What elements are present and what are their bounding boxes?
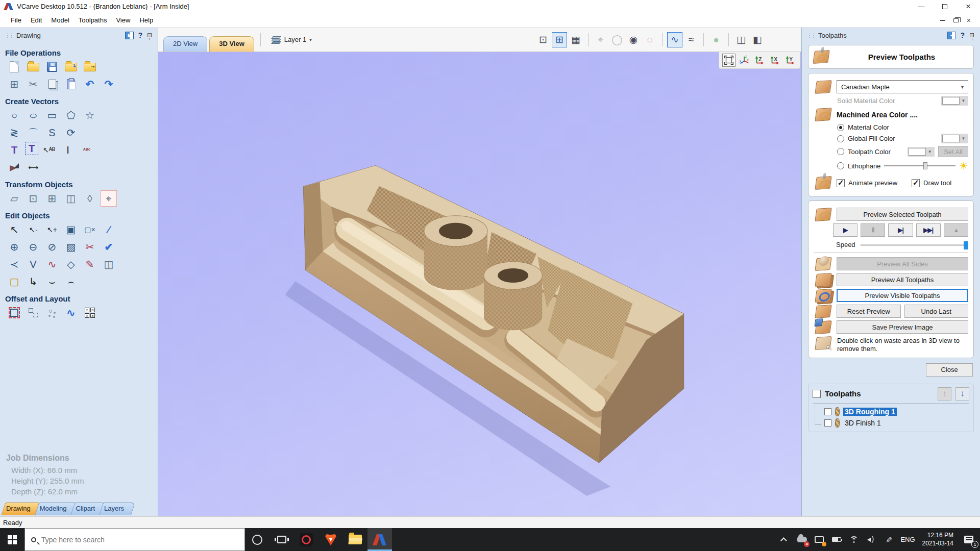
lithophane-slider[interactable] xyxy=(884,162,955,169)
selection-size-icon[interactable]: ⊡ xyxy=(535,32,551,47)
fit-curves-icon[interactable]: ∿ xyxy=(44,256,60,272)
taskbar-app-task-view[interactable] xyxy=(270,528,294,551)
close-vector-icon[interactable]: ◇ xyxy=(63,256,79,272)
fit-view-icon[interactable] xyxy=(722,54,736,67)
preview-selected-toolpath-button[interactable]: Preview Selected Toolpath xyxy=(837,208,968,221)
3d-viewport[interactable]: zxyZXY xyxy=(158,52,801,516)
tab-2d-view[interactable]: 2D View xyxy=(163,36,207,52)
weld-vectors-icon[interactable]: ⊕ xyxy=(6,239,22,255)
layer-selector[interactable]: Layer 1 ▾ xyxy=(272,36,312,43)
taskbar-app-cortana[interactable] xyxy=(245,528,270,551)
draw-curve-icon[interactable]: S xyxy=(44,124,60,141)
undo-icon[interactable]: ↶ xyxy=(82,76,98,92)
ungroup-objects-icon[interactable]: ▢× xyxy=(82,221,98,238)
menu-item-edit[interactable]: Edit xyxy=(26,14,46,26)
wifi-icon[interactable] xyxy=(845,528,863,551)
auto-hide-icon[interactable]: ▶ xyxy=(125,32,134,39)
undo-last-button[interactable]: Undo Last xyxy=(904,305,969,318)
panel-tab-layers[interactable]: Layers xyxy=(99,503,131,515)
single-step-button[interactable]: ▶| xyxy=(888,223,913,237)
toggle-material-block-icon[interactable]: ● xyxy=(708,32,724,47)
mdi-restore-icon[interactable] xyxy=(953,18,959,22)
panel-tab-clipart[interactable]: Clipart xyxy=(70,503,102,515)
vector-boundary-icon[interactable]: ▢ xyxy=(6,273,22,290)
draw-tool-checkbox[interactable] xyxy=(912,179,920,187)
copy-icon[interactable] xyxy=(44,76,60,92)
volume-icon[interactable] xyxy=(863,528,880,551)
save-preview-image-button[interactable]: Save Preview Image xyxy=(837,320,968,334)
move-to-position-icon[interactable]: ⌖ xyxy=(101,190,117,207)
taskbar-app-brave-browser[interactable] xyxy=(318,528,343,551)
center-in-material-icon[interactable]: ⊞ xyxy=(44,190,60,207)
vector-validator-icon[interactable]: ✔ xyxy=(101,239,117,255)
measure-icon[interactable]: ∕ xyxy=(101,221,117,238)
grid-toggle-icon[interactable]: ▦ xyxy=(568,32,583,47)
move-down-button[interactable]: ↓ xyxy=(955,387,969,400)
menu-item-model[interactable]: Model xyxy=(46,14,74,26)
toolpath-list-item[interactable]: 3D Roughing 1 xyxy=(813,406,969,417)
menu-item-toolpaths[interactable]: Toolpaths xyxy=(74,14,112,26)
battery-icon[interactable] xyxy=(828,528,845,551)
tray-expand-icon[interactable] xyxy=(776,528,793,551)
notification-center-icon[interactable]: 1 xyxy=(958,528,980,551)
fillet-tool-icon[interactable]: ≺ xyxy=(6,256,22,272)
view-down-x-icon[interactable]: X xyxy=(768,54,781,67)
preview-all-toolpaths-button[interactable]: Preview All Toolpaths xyxy=(837,273,968,286)
draw-polygon-icon[interactable]: ⬠ xyxy=(63,107,79,123)
array-copy-icon[interactable] xyxy=(25,305,41,321)
toolpath-visibility-checkbox[interactable] xyxy=(824,419,831,427)
select-text-icon[interactable]: ↖ᴬᴮ xyxy=(41,142,57,158)
draw-star-icon[interactable]: ☆ xyxy=(82,107,98,123)
mdi-close-icon[interactable]: × xyxy=(967,18,971,23)
pen-icon[interactable]: ✎ xyxy=(880,528,897,551)
set-all-button[interactable]: Set All xyxy=(938,146,968,157)
select-icon[interactable]: ↖ xyxy=(6,221,22,238)
material-select[interactable]: Canadian Maple ▾ xyxy=(837,80,968,93)
start-button[interactable] xyxy=(0,528,24,551)
taskbar-app-app-dark-red[interactable] xyxy=(294,528,318,551)
menu-item-help[interactable]: Help xyxy=(135,14,158,26)
crop-bitmap-icon[interactable]: ◫ xyxy=(101,256,117,272)
help-icon[interactable]: ? xyxy=(960,31,965,39)
multi-sheet-view-icon[interactable]: ◫ xyxy=(733,32,749,47)
toggle-toolpath-drawing-icon[interactable]: ∿ xyxy=(667,32,682,47)
circular-copy-icon[interactable] xyxy=(44,305,60,321)
fill-region-icon[interactable]: ▨ xyxy=(63,239,79,255)
insert-clipart-bird-icon[interactable] xyxy=(6,159,22,176)
mdi-minimize-icon[interactable] xyxy=(940,20,945,21)
preview-visible-toolpaths-button[interactable]: Preview Visible Toolpaths xyxy=(837,289,968,302)
text-on-curve-icon[interactable]: I xyxy=(60,142,76,158)
export-vectors-icon[interactable] xyxy=(82,59,98,75)
split-view-icon[interactable]: ◧ xyxy=(750,32,765,47)
draw-dimension-icon[interactable]: ⟷ xyxy=(25,159,41,176)
draw-text-icon[interactable]: T xyxy=(6,142,22,158)
join-vectors-icon[interactable]: V xyxy=(25,256,41,272)
toolpath-visibility-checkbox[interactable] xyxy=(824,408,831,415)
snap-settings-icon[interactable]: ⊞ xyxy=(552,32,567,47)
text-on-arc-icon[interactable]: ᴬᴮᶜ xyxy=(79,142,95,158)
help-icon[interactable]: ? xyxy=(138,31,142,39)
minimize-button[interactable]: — xyxy=(910,0,933,13)
offset-vectors-icon[interactable] xyxy=(6,305,22,321)
run-to-end-button[interactable]: ▶▶| xyxy=(916,223,941,237)
distort-object-icon[interactable]: ◊ xyxy=(82,190,98,207)
view-down-y-icon[interactable]: Y xyxy=(783,54,797,67)
trim-to-point-icon[interactable]: ⌣ xyxy=(44,273,60,290)
new-file-icon[interactable] xyxy=(6,59,22,75)
cut-icon[interactable]: ✂ xyxy=(25,76,41,92)
maximize-button[interactable] xyxy=(933,0,957,13)
edit-nodes-icon[interactable]: ↖· xyxy=(25,221,41,238)
play-button[interactable]: ▶ xyxy=(833,223,857,237)
zoom-selection-icon[interactable]: ◉ xyxy=(626,32,641,47)
trim-to-curve-icon[interactable]: ⌢ xyxy=(63,273,79,290)
draw-polyline-icon[interactable]: ≷ xyxy=(6,124,22,141)
move-selection-icon[interactable]: ↖+ xyxy=(44,221,60,238)
display-cast-icon[interactable] xyxy=(811,528,828,551)
draw-rectangle-icon[interactable]: ▭ xyxy=(44,107,60,123)
global-fill-color-color-picker[interactable]: ▼ xyxy=(941,134,968,143)
toggle-solid-toolpaths-icon[interactable]: ≈ xyxy=(683,32,699,47)
onedrive-error-icon[interactable]: × xyxy=(793,528,811,551)
search-input[interactable] xyxy=(41,536,238,544)
zoom-box-icon[interactable]: ◌ xyxy=(642,32,657,47)
nesting-icon[interactable]: CDAB xyxy=(82,305,98,321)
